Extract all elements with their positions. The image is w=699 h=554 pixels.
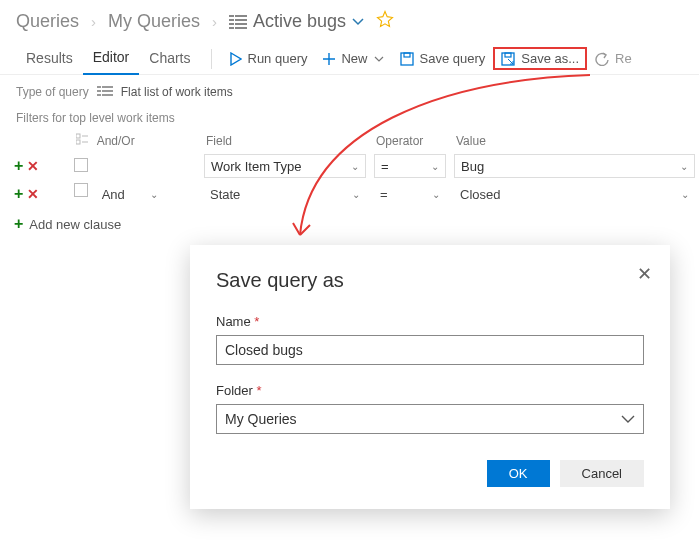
- save-icon: [400, 52, 414, 66]
- svg-rect-3: [229, 27, 247, 29]
- chevron-down-icon: ⌄: [432, 189, 440, 200]
- tab-charts[interactable]: Charts: [139, 44, 200, 74]
- separator: [211, 49, 212, 69]
- add-row-icon[interactable]: +: [14, 185, 23, 202]
- value-cell[interactable]: Bug⌄: [454, 154, 695, 178]
- svg-rect-4: [234, 15, 235, 29]
- col-field: Field: [200, 129, 370, 152]
- svg-rect-2: [229, 23, 247, 25]
- breadcrumb-my-queries[interactable]: My Queries: [108, 11, 200, 32]
- undo-icon: [595, 52, 609, 66]
- operator-cell[interactable]: =⌄: [374, 182, 446, 206]
- breadcrumb-current-label: Active bugs: [253, 11, 346, 32]
- field-value: State: [210, 187, 240, 202]
- operator-value: =: [381, 159, 389, 174]
- checklist-icon[interactable]: [76, 133, 88, 145]
- svg-rect-10: [97, 90, 113, 92]
- plus-icon: [323, 53, 335, 65]
- svg-rect-12: [101, 86, 102, 96]
- plus-icon: +: [14, 216, 23, 232]
- run-query-button[interactable]: Run query: [222, 47, 316, 70]
- operator-value: =: [380, 187, 388, 202]
- filter-row: + ✕ And⌄ State⌄ =⌄ Closed⌄: [10, 180, 699, 208]
- breadcrumb-root[interactable]: Queries: [16, 11, 79, 32]
- name-value: Closed bugs: [225, 342, 303, 358]
- delete-row-icon[interactable]: ✕: [27, 186, 39, 202]
- filters-header: Filters for top level work items: [0, 105, 699, 129]
- chevron-down-icon: ⌄: [681, 189, 689, 200]
- save-query-dialog: ✕ Save query as Name * Closed bugs Folde…: [190, 245, 670, 509]
- chevron-right-icon: ›: [212, 13, 217, 30]
- svg-rect-1: [229, 19, 247, 21]
- chevron-right-icon: ›: [91, 13, 96, 30]
- breadcrumb-current[interactable]: Active bugs: [229, 11, 364, 32]
- filters-table: And/Or Field Operator Value + ✕ Work Ite…: [10, 129, 699, 208]
- new-button[interactable]: New: [315, 47, 391, 70]
- value-value: Closed: [460, 187, 500, 202]
- list-icon: [229, 15, 247, 29]
- svg-rect-8: [505, 53, 511, 57]
- chevron-down-icon: ⌄: [150, 189, 158, 200]
- filter-row: + ✕ Work Item Type⌄ =⌄ Bug⌄: [10, 152, 699, 180]
- chevron-down-icon: [374, 53, 384, 64]
- chevron-down-icon: ⌄: [680, 161, 688, 172]
- tab-results[interactable]: Results: [16, 44, 83, 74]
- revert-button[interactable]: Re: [587, 47, 640, 70]
- svg-rect-0: [229, 15, 247, 17]
- add-row-icon[interactable]: +: [14, 157, 23, 174]
- breadcrumb: Queries › My Queries › Active bugs: [0, 0, 699, 37]
- ok-button[interactable]: OK: [487, 460, 550, 487]
- chevron-down-icon: ⌄: [352, 189, 360, 200]
- delete-row-icon[interactable]: ✕: [27, 158, 39, 174]
- value-value: Bug: [461, 159, 484, 174]
- svg-rect-13: [76, 134, 80, 138]
- save-query-button[interactable]: Save query: [392, 47, 494, 70]
- play-icon: [230, 52, 242, 66]
- col-value: Value: [450, 129, 699, 152]
- save-as-icon: [501, 52, 515, 66]
- cancel-button[interactable]: Cancel: [560, 460, 644, 487]
- add-new-clause[interactable]: + Add new clause: [0, 208, 699, 240]
- tabs-toolbar: Results Editor Charts Run query New Save…: [0, 37, 699, 75]
- dialog-title: Save query as: [216, 269, 644, 292]
- svg-rect-6: [404, 53, 410, 57]
- save-query-label: Save query: [420, 51, 486, 66]
- list-icon: [97, 86, 113, 98]
- svg-rect-14: [76, 140, 80, 144]
- chevron-down-icon: [621, 414, 635, 425]
- field-cell[interactable]: Work Item Type⌄: [204, 154, 366, 178]
- row-checkbox[interactable]: [74, 183, 88, 197]
- value-cell[interactable]: Closed⌄: [454, 182, 695, 206]
- field-cell[interactable]: State⌄: [204, 182, 366, 206]
- svg-rect-5: [401, 53, 413, 65]
- svg-rect-9: [97, 86, 113, 88]
- folder-field[interactable]: My Queries: [216, 404, 644, 434]
- folder-value: My Queries: [225, 411, 297, 427]
- type-of-query: Type of query Flat list of work items: [0, 75, 699, 105]
- name-field[interactable]: Closed bugs: [216, 335, 644, 365]
- new-label: New: [341, 51, 367, 66]
- save-as-label: Save as...: [521, 51, 579, 66]
- type-of-query-value[interactable]: Flat list of work items: [121, 85, 233, 99]
- close-icon[interactable]: ✕: [637, 263, 652, 285]
- row-checkbox[interactable]: [74, 158, 88, 172]
- col-operator: Operator: [370, 129, 450, 152]
- name-label: Name *: [216, 314, 644, 329]
- folder-label: Folder *: [216, 383, 644, 398]
- chevron-down-icon: ⌄: [431, 161, 439, 172]
- andor-value: And: [102, 187, 125, 202]
- col-andor: And/Or: [97, 134, 135, 148]
- revert-label: Re: [615, 51, 632, 66]
- andor-cell[interactable]: And⌄: [96, 182, 164, 206]
- save-as-button[interactable]: Save as...: [493, 47, 587, 70]
- svg-rect-11: [97, 94, 113, 96]
- run-query-label: Run query: [248, 51, 308, 66]
- chevron-down-icon: ⌄: [351, 161, 359, 172]
- field-value: Work Item Type: [211, 159, 302, 174]
- tab-editor[interactable]: Editor: [83, 43, 140, 75]
- type-of-query-label: Type of query: [16, 85, 89, 99]
- chevron-down-icon[interactable]: [352, 16, 364, 28]
- star-icon[interactable]: [376, 10, 394, 33]
- add-new-clause-label: Add new clause: [29, 217, 121, 232]
- operator-cell[interactable]: =⌄: [374, 154, 446, 178]
